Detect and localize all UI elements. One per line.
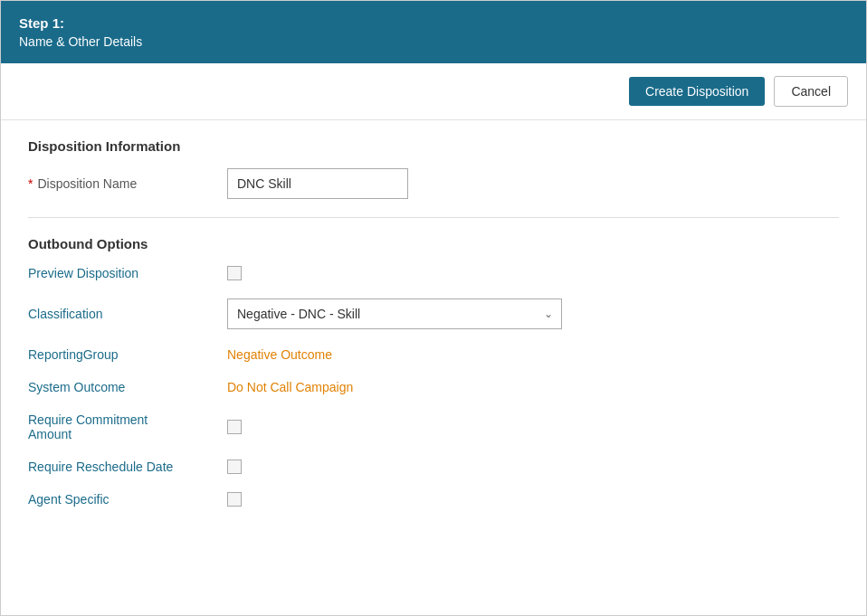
disposition-name-label: * Disposition Name [28,176,227,191]
classification-select[interactable]: Negative - DNC - Skill Negative Positive… [227,299,562,329]
agent-specific-checkbox[interactable] [227,492,242,507]
preview-disposition-checkbox[interactable] [227,266,242,280]
classification-select-wrapper: Negative - DNC - Skill Negative Positive… [227,299,562,329]
require-commitment-checkbox[interactable] [227,420,242,434]
page-header: Step 1: Name & Other Details [1,1,866,63]
reporting-group-value: Negative Outcome [227,347,332,362]
disposition-info-section: Disposition Information * Disposition Na… [28,138,839,199]
agent-specific-row: Agent Specific [28,492,839,507]
require-commitment-checkbox-wrapper [227,420,242,434]
require-reschedule-checkbox[interactable] [227,460,242,474]
preview-disposition-label: Preview Disposition [28,266,227,280]
disposition-info-title: Disposition Information [28,138,839,154]
require-reschedule-label: Require Reschedule Date [28,460,227,474]
step-subtitle: Name & Other Details [19,34,848,49]
require-reschedule-checkbox-wrapper [227,460,242,474]
agent-specific-label: Agent Specific [28,492,227,507]
system-outcome-label: System Outcome [28,380,227,394]
required-star: * [28,176,33,191]
toolbar: Create Disposition Cancel [1,63,866,120]
agent-specific-checkbox-wrapper [227,492,242,507]
content-area: Disposition Information * Disposition Na… [1,120,866,615]
preview-disposition-row: Preview Disposition [28,266,839,280]
cancel-button[interactable]: Cancel [774,76,848,107]
section-divider [28,217,839,218]
classification-row: Classification Negative - DNC - Skill Ne… [28,299,839,329]
outbound-options-section: Outbound Options Preview Disposition Cla… [28,236,839,507]
reporting-group-label: ReportingGroup [28,347,227,362]
preview-disposition-checkbox-wrapper [227,266,242,280]
system-outcome-value: Do Not Call Campaign [227,380,353,394]
system-outcome-row: System Outcome Do Not Call Campaign [28,380,839,394]
reporting-group-row: ReportingGroup Negative Outcome [28,347,839,362]
step-label: Step 1: [19,15,848,31]
disposition-name-row: * Disposition Name [28,168,839,199]
require-commitment-label: Require Commitment Amount [28,412,227,441]
require-commitment-row: Require Commitment Amount [28,412,839,441]
classification-label: Classification [28,307,227,321]
outbound-options-title: Outbound Options [28,236,839,251]
page-container: Step 1: Name & Other Details Create Disp… [0,0,867,616]
create-disposition-button[interactable]: Create Disposition [629,77,765,106]
disposition-name-input[interactable] [227,168,408,199]
require-reschedule-row: Require Reschedule Date [28,460,839,474]
